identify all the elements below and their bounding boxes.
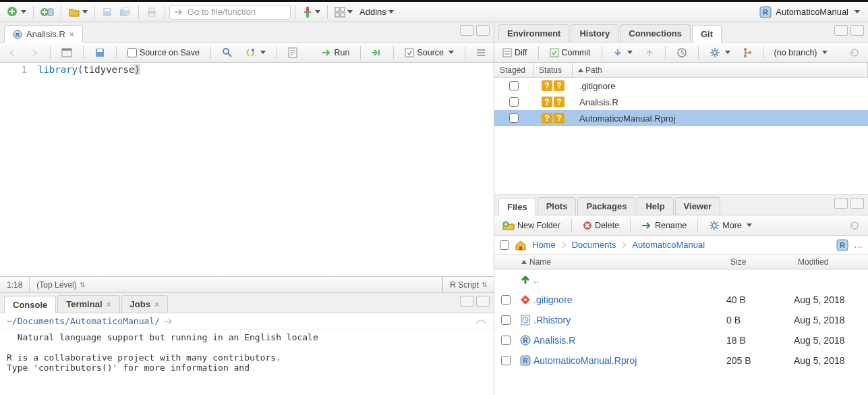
col-path[interactable]: Path bbox=[573, 63, 868, 77]
file-select-checkbox[interactable] bbox=[501, 315, 511, 325]
source-button[interactable]: Source bbox=[401, 47, 458, 59]
git-more-button[interactable] bbox=[705, 46, 734, 59]
stage-checkbox[interactable] bbox=[509, 97, 519, 107]
print-button[interactable] bbox=[143, 4, 161, 20]
save-button[interactable] bbox=[99, 4, 115, 20]
crumb-documents[interactable]: Documents bbox=[572, 240, 616, 250]
select-all-checkbox[interactable] bbox=[500, 240, 509, 250]
minimize-pane-icon[interactable] bbox=[834, 25, 848, 36]
tools-button[interactable] bbox=[299, 4, 323, 20]
compile-report-button[interactable] bbox=[284, 46, 301, 59]
addins-button[interactable]: Addins bbox=[357, 4, 397, 20]
crumb-project[interactable]: AutomaticoManual bbox=[632, 240, 705, 250]
project-menu[interactable]: R AutomaticoManual bbox=[755, 5, 864, 20]
source-on-save-checkbox[interactable]: Source on Save bbox=[123, 47, 204, 59]
close-tab-icon[interactable]: × bbox=[69, 30, 74, 39]
git-row[interactable]: ??.gitignore bbox=[494, 78, 868, 94]
file-name[interactable]: .gitignore bbox=[533, 294, 726, 305]
file-select-checkbox[interactable] bbox=[501, 356, 511, 365]
parent-dir-row[interactable]: .. bbox=[494, 269, 868, 290]
tab-git[interactable]: Git bbox=[692, 25, 722, 43]
tab-connections[interactable]: Connections bbox=[620, 24, 691, 42]
outline-button[interactable] bbox=[472, 47, 490, 58]
maximize-pane-icon[interactable] bbox=[850, 25, 864, 36]
git-row[interactable]: ??AutomaticoManual.Rproj bbox=[494, 110, 868, 126]
branch-selector[interactable]: (no branch) bbox=[770, 47, 832, 59]
minimize-pane-icon[interactable] bbox=[460, 296, 473, 307]
file-name[interactable]: .Rhistory bbox=[533, 315, 726, 325]
tab-environment[interactable]: Environment bbox=[498, 24, 569, 42]
clear-console-icon[interactable] bbox=[475, 317, 487, 326]
save-all-button[interactable] bbox=[117, 4, 134, 20]
push-button[interactable] bbox=[641, 47, 658, 59]
refresh-git-button[interactable] bbox=[845, 46, 864, 59]
tab-history[interactable]: History bbox=[571, 24, 618, 42]
col-modified[interactable]: Modified bbox=[794, 255, 868, 269]
home-icon[interactable] bbox=[515, 240, 527, 251]
maximize-pane-icon[interactable] bbox=[850, 198, 864, 209]
tab-files[interactable]: Files bbox=[498, 198, 536, 215]
maximize-pane-icon[interactable] bbox=[476, 296, 490, 307]
new-folder-button[interactable]: New Folder bbox=[498, 219, 565, 232]
tab-console[interactable]: Console bbox=[4, 296, 56, 313]
tab-viewer[interactable]: Viewer bbox=[675, 197, 721, 215]
tab-jobs[interactable]: Jobs× bbox=[121, 295, 168, 313]
new-project-button[interactable] bbox=[38, 4, 57, 20]
pull-button[interactable] bbox=[609, 47, 637, 59]
new-file-button[interactable] bbox=[4, 4, 29, 20]
editor-tab[interactable]: R Analisis.R × bbox=[4, 25, 83, 43]
refresh-files-button[interactable] bbox=[845, 219, 864, 232]
maximize-pane-icon[interactable] bbox=[476, 25, 490, 36]
back-button[interactable] bbox=[4, 47, 22, 58]
history-button[interactable] bbox=[672, 46, 691, 59]
tab-terminal[interactable]: Terminal× bbox=[57, 295, 119, 313]
col-name[interactable]: Name bbox=[517, 255, 726, 269]
new-branch-button[interactable] bbox=[739, 46, 756, 59]
code-tools-button[interactable] bbox=[241, 46, 270, 59]
file-row[interactable]: .Rhistory0 BAug 5, 2018 bbox=[494, 310, 868, 330]
file-select-checkbox[interactable] bbox=[501, 295, 511, 305]
minimize-pane-icon[interactable] bbox=[460, 25, 473, 36]
close-icon[interactable]: × bbox=[107, 300, 111, 309]
goto-file-input[interactable]: Go to file/function bbox=[169, 5, 291, 20]
scope-selector[interactable]: (Top Level) ⇅ bbox=[30, 277, 442, 292]
rproj-icon[interactable]: R bbox=[836, 239, 848, 251]
console-output[interactable]: Natural language support but running in … bbox=[0, 330, 494, 395]
col-status[interactable]: Status bbox=[533, 63, 573, 77]
stage-checkbox[interactable] bbox=[509, 113, 519, 123]
file-select-checkbox[interactable] bbox=[501, 336, 511, 345]
rename-button[interactable]: Rename bbox=[637, 219, 691, 232]
code-editor[interactable]: 1 library(tidyverse) bbox=[0, 63, 494, 276]
rerun-button[interactable] bbox=[368, 47, 386, 59]
run-button[interactable]: Run bbox=[318, 47, 353, 59]
open-file-button[interactable] bbox=[65, 4, 90, 20]
save-doc-button[interactable] bbox=[90, 46, 109, 59]
tab-plots[interactable]: Plots bbox=[538, 197, 577, 215]
file-row[interactable]: .gitignore40 BAug 5, 2018 bbox=[494, 290, 868, 310]
file-name[interactable]: AutomaticoManual.Rproj bbox=[533, 355, 726, 366]
file-row[interactable]: RAutomaticoManual.Rproj205 BAug 5, 2018 bbox=[494, 350, 868, 371]
diff-button[interactable]: Diff bbox=[498, 47, 531, 59]
close-icon[interactable]: × bbox=[154, 300, 159, 309]
file-name[interactable]: Analisis.R bbox=[533, 335, 726, 346]
find-button[interactable] bbox=[218, 46, 237, 59]
forward-button[interactable] bbox=[26, 47, 43, 58]
col-staged[interactable]: Staged bbox=[494, 63, 533, 77]
show-in-new-window-button[interactable] bbox=[57, 47, 76, 59]
crumb-home[interactable]: Home bbox=[532, 240, 556, 250]
goto-dir-icon[interactable] bbox=[164, 317, 173, 325]
more-path-icon[interactable]: … bbox=[854, 240, 863, 250]
file-row[interactable]: RAnalisis.R18 BAug 5, 2018 bbox=[494, 330, 868, 350]
tab-packages[interactable]: Packages bbox=[577, 197, 635, 215]
grid-button[interactable] bbox=[332, 4, 355, 20]
col-size[interactable]: Size bbox=[726, 255, 794, 269]
chevron-down-icon bbox=[347, 10, 353, 14]
file-type-selector[interactable]: R Script ⇅ bbox=[442, 277, 494, 292]
tab-help[interactable]: Help bbox=[637, 197, 673, 215]
stage-checkbox[interactable] bbox=[509, 81, 519, 90]
git-row[interactable]: ??Analisis.R bbox=[494, 94, 868, 110]
more-button[interactable]: More bbox=[705, 219, 755, 232]
delete-button[interactable]: Delete bbox=[579, 219, 623, 232]
minimize-pane-icon[interactable] bbox=[834, 198, 848, 209]
commit-button[interactable]: Commit bbox=[546, 47, 595, 59]
